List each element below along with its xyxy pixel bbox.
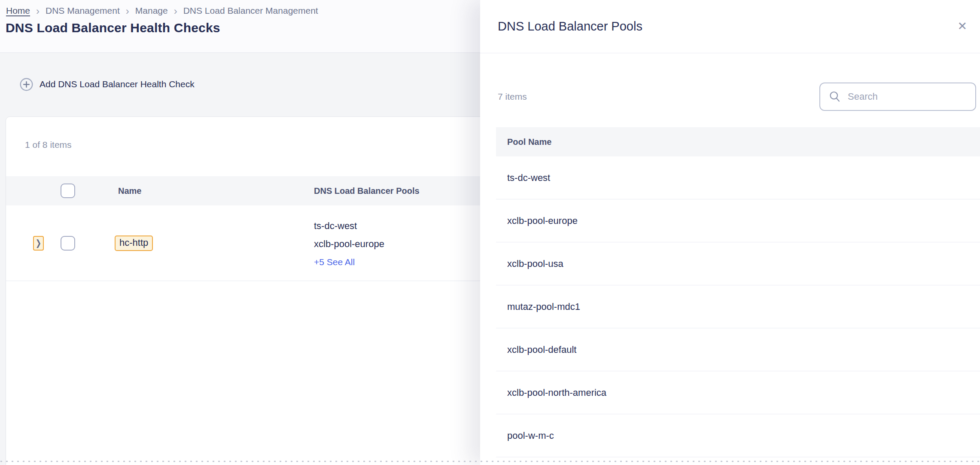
capture-boundary-dotted-line	[0, 460, 980, 462]
pool-name-text: mutaz-pool-mdc1	[507, 301, 580, 312]
pool-row[interactable]: pool-w-m-c	[496, 414, 980, 457]
pool-row[interactable]: ts-dc-west	[496, 156, 980, 199]
breadcrumb-item[interactable]: Manage ›	[135, 6, 177, 16]
breadcrumb: Home › DNS Management › Manage › DNS Loa…	[6, 6, 318, 16]
plus-circle-icon	[20, 78, 33, 91]
pool-name-text: xclb-pool-usa	[507, 258, 563, 269]
chevron-right-icon: ❯	[36, 238, 41, 248]
column-header-name: Name	[118, 186, 141, 196]
pool-row[interactable]: xclb-pool-north-america	[496, 371, 980, 414]
close-icon[interactable]: ✕	[957, 21, 967, 32]
search-box[interactable]	[819, 83, 976, 111]
select-all-checkbox[interactable]	[61, 184, 75, 198]
pools-table: Pool Name ts-dc-west xclb-pool-europe xc…	[496, 127, 980, 457]
panel-title: DNS Load Balancer Pools	[498, 19, 642, 34]
add-health-check-button[interactable]: Add DNS Load Balancer Health Check	[20, 76, 195, 92]
breadcrumb-item[interactable]: Home ›	[6, 6, 40, 16]
pools-panel: DNS Load Balancer Pools ✕ 7 items Pool N…	[480, 0, 980, 465]
page-title: DNS Load Balancer Health Checks	[6, 21, 220, 35]
breadcrumb-separator-icon: ›	[36, 6, 40, 15]
add-health-check-button-label: Add DNS Load Balancer Health Check	[40, 79, 195, 89]
select-row-checkbox[interactable]	[61, 236, 75, 251]
pool-name-text: pool-w-m-c	[507, 430, 554, 441]
breadcrumb-item-label[interactable]: DNS Management	[46, 6, 120, 16]
pools-table-header-row: Pool Name	[496, 127, 980, 156]
select-all-cell	[61, 184, 118, 198]
pool-name-text: ts-dc-west	[507, 172, 550, 184]
table-item-count: 1 of 8 items	[25, 140, 72, 150]
pool-row[interactable]: xclb-pool-europe	[496, 199, 980, 242]
search-icon	[829, 91, 841, 103]
pool-row[interactable]: xclb-pool-usa	[496, 242, 980, 285]
breadcrumb-item[interactable]: DNS Load Balancer Management ›	[183, 6, 318, 16]
health-check-name[interactable]: hc-http	[115, 236, 153, 251]
pool-name-text: xclb-pool-europe	[507, 215, 578, 226]
breadcrumb-item-label[interactable]: Manage	[135, 6, 168, 16]
column-header-pool-name: Pool Name	[507, 137, 551, 147]
column-header-pools: DNS Load Balancer Pools	[314, 186, 420, 196]
row-expander-button[interactable]: ❯	[33, 236, 44, 251]
panel-header: DNS Load Balancer Pools ✕	[480, 0, 980, 53]
panel-item-count: 7 items	[498, 92, 527, 102]
pool-name-text: xclb-pool-north-america	[507, 387, 606, 398]
breadcrumb-item[interactable]: DNS Management ›	[46, 6, 129, 16]
panel-toolbar: 7 items	[480, 53, 980, 127]
breadcrumb-item-label[interactable]: Home	[6, 6, 30, 16]
breadcrumb-separator-icon: ›	[126, 6, 129, 15]
breadcrumb-separator-icon: ›	[174, 6, 177, 15]
pool-row[interactable]: mutaz-pool-mdc1	[496, 285, 980, 328]
breadcrumb-item-label[interactable]: DNS Load Balancer Management	[183, 6, 318, 16]
pool-row[interactable]: xclb-pool-default	[496, 328, 980, 371]
search-input[interactable]	[848, 91, 968, 102]
pool-name-text: xclb-pool-default	[507, 344, 576, 355]
